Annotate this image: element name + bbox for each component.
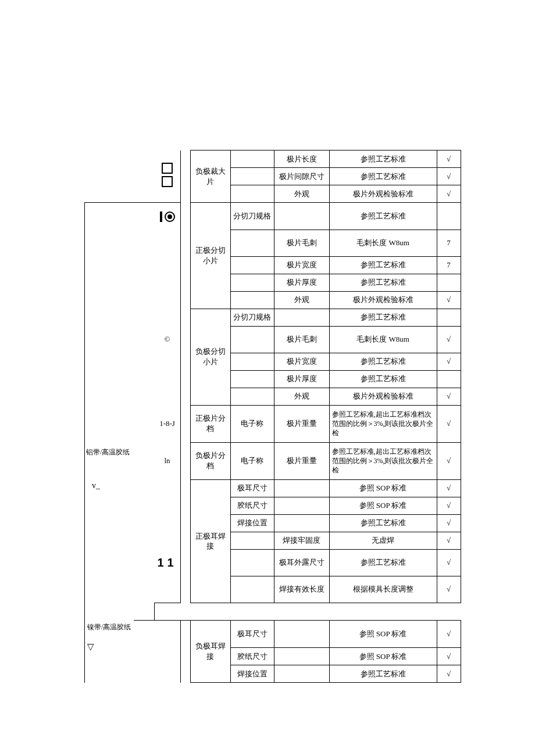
instr-cell: 分切刀规格 (230, 203, 274, 230)
left-note-ni: 镍带/高温胶纸 (87, 623, 131, 631)
document-page: 负极裁大片 极片长度 参照工艺标准 √ 极片间隙尺寸 参照工艺标准 √ 外观 极… (0, 0, 535, 683)
spec-cell: 参照工艺标准 (329, 665, 437, 683)
code-cell: 1-8-J (155, 405, 181, 442)
spec-cell: 根据模具长度调整 (329, 576, 437, 603)
glyph-triangle: ▽ (87, 642, 94, 651)
glyph-copyright: © (155, 326, 181, 353)
step-cell: 负极裁大片 (190, 151, 230, 203)
spec-cell: 参照工艺标准 (329, 151, 437, 168)
spec-cell: 参照工艺标准 (329, 514, 437, 532)
item-cell: 外观 (274, 388, 329, 405)
mark-cell: √ (437, 168, 461, 185)
spec-cell: 参照 SOP 标准 (329, 497, 437, 514)
step-cell: 负极片分档 (190, 442, 230, 479)
spec-cell: 参照工艺标准 (329, 256, 437, 274)
mark-cell: √ (437, 151, 461, 168)
item-cell: 极片长度 (274, 151, 329, 168)
glyph-ln: ln (155, 442, 181, 479)
item-cell: 极片厚度 (274, 274, 329, 291)
step-cell: 正极分切小片 (190, 203, 230, 309)
mark-cell: √ (437, 479, 461, 497)
inspection-table: 负极裁大片 极片长度 参照工艺标准 √ 极片间隙尺寸 参照工艺标准 √ 外观 极… (84, 150, 461, 683)
instr-cell: 极耳尺寸 (230, 479, 274, 497)
mark-cell: √ (437, 353, 461, 370)
spec-cell: 参照工艺标准,超出工艺标准档次范围的比例＞3%,则该批次极片全检 (329, 405, 437, 442)
item-cell: 极片重量 (274, 405, 329, 442)
table-row: 负极裁大片 极片长度 参照工艺标准 √ (85, 151, 461, 168)
item-cell: 极耳外露尺寸 (274, 549, 329, 576)
spec-cell: 毛刺长度 W8um (329, 230, 437, 256)
item-cell: 外观 (274, 291, 329, 309)
spec-cell: 参照工艺标准 (329, 309, 437, 326)
spec-cell: 参照 SOP 标准 (329, 621, 437, 648)
mark-cell: √ (437, 648, 461, 665)
mark-cell: √ (437, 514, 461, 532)
spec-cell: 毛刺长度 W8um (329, 326, 437, 353)
mark-cell: √ (437, 291, 461, 309)
item-cell: 极片毛刺 (274, 230, 329, 256)
table-row: 镍带/高温胶纸 ▽ 负极耳焊接 极耳尺寸 参照 SOP 标准 √ (85, 621, 461, 648)
left-note-al: 铝带/高温胶纸 (86, 447, 130, 457)
spec-cell: 无虚焊 (329, 532, 437, 549)
item-cell: 焊接有效长度 (274, 576, 329, 603)
spec-cell: 参照工艺标准,超出工艺标准档次范围的比例＞3%,则该批次极片全检 (329, 442, 437, 479)
mark-cell: 7 (437, 256, 461, 274)
mark-cell: √ (437, 621, 461, 648)
item-cell: 焊接牢固度 (274, 532, 329, 549)
mark-cell: 7 (437, 230, 461, 256)
mark-cell: √ (437, 576, 461, 603)
spec-cell: 参照工艺标准 (329, 370, 437, 388)
step-cell: 正极耳焊接 (190, 479, 230, 603)
spec-cell: 参照工艺标准 (329, 274, 437, 291)
spec-cell: 参照 SOP 标准 (329, 648, 437, 665)
instr-cell: 胶纸尺寸 (230, 648, 274, 665)
spec-cell: 参照 SOP 标准 (329, 479, 437, 497)
glyph-v-underscore: v_ (92, 481, 100, 490)
instr-cell: 电子称 (230, 405, 274, 442)
spec-cell: 参照工艺标准 (329, 203, 437, 230)
step-cell: 负极耳焊接 (190, 621, 230, 683)
mark-cell: √ (437, 497, 461, 514)
mark-cell: √ (437, 442, 461, 479)
spec-cell: 极片外观检验标准 (329, 185, 437, 203)
mark-cell: √ (437, 532, 461, 549)
table-row: 外观 极片外观检验标准 √ (85, 185, 461, 203)
item-cell: 极片间隙尺寸 (274, 168, 329, 185)
spec-cell: 参照工艺标准 (329, 353, 437, 370)
step-cell: 负极分切小片 (190, 309, 230, 405)
table-row: 极片间隙尺寸 参照工艺标准 √ (85, 168, 461, 185)
mark-cell: √ (437, 405, 461, 442)
spec-cell: 参照工艺标准 (329, 168, 437, 185)
spec-cell: 极片外观检验标准 (329, 291, 437, 309)
item-cell: 极片毛刺 (274, 326, 329, 353)
instr-cell: 极耳尺寸 (230, 621, 274, 648)
spec-cell: 参照工艺标准 (329, 549, 437, 576)
mark-cell: √ (437, 388, 461, 405)
item-cell: 极片宽度 (274, 353, 329, 370)
item-cell: 极片厚度 (274, 370, 329, 388)
mark-cell: √ (437, 326, 461, 353)
item-cell: 外观 (274, 185, 329, 203)
step-cell: 正极片分档 (190, 405, 230, 442)
instr-cell: 分切刀规格 (230, 309, 274, 326)
spec-cell: 极片外观检验标准 (329, 388, 437, 405)
item-cell: 极片宽度 (274, 256, 329, 274)
instr-cell: 胶纸尺寸 (230, 497, 274, 514)
mark-cell: √ (437, 185, 461, 203)
instr-cell: 焊接位置 (230, 665, 274, 683)
instr-cell: 焊接位置 (230, 514, 274, 532)
glyph-eleven: 11 (155, 549, 181, 576)
glyph-bar-eye (155, 203, 181, 230)
item-cell: 极片重量 (274, 442, 329, 479)
instr-cell: 电子称 (230, 442, 274, 479)
mark-cell: √ (437, 665, 461, 683)
mark-cell: √ (437, 549, 461, 576)
glyph-boxes (155, 151, 181, 203)
table-row: 正极分切小片 分切刀规格 参照工艺标准 (85, 203, 461, 230)
